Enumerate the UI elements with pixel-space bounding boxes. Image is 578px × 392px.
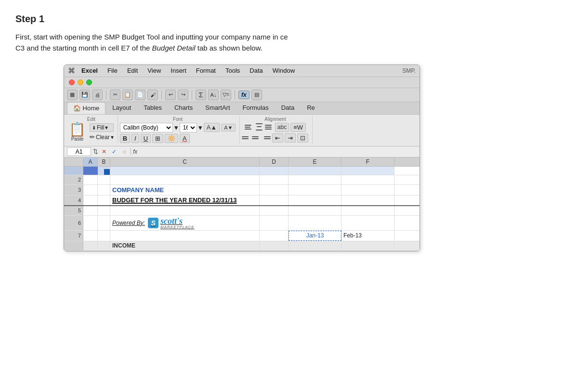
traffic-light-yellow[interactable] [78,79,83,85]
grid-cell[interactable] [110,175,260,184]
grid-cell[interactable] [98,241,110,250]
grid-cell[interactable] [83,216,98,230]
grid-cell-c4[interactable]: BUDGET FOR THE YEAR ENDED 12/31/13 [110,196,260,205]
font-color-icon[interactable]: A [180,134,190,143]
menu-edit[interactable]: Edit [126,66,139,75]
grid-cell[interactable] [289,216,342,230]
grid-cell[interactable] [260,241,289,250]
bold-button[interactable]: B [120,134,130,143]
col-header-f[interactable]: F [342,157,394,166]
col-header-b[interactable]: B [98,157,110,166]
brush-icon[interactable]: 🖌 [147,90,158,100]
grid-cell[interactable] [342,196,394,205]
grid-cell[interactable] [289,175,342,184]
tab-data[interactable]: Data [276,102,300,114]
cancel-formula-button[interactable]: ✕ [100,147,108,156]
expand-formula-button[interactable]: ○ [120,147,129,156]
traffic-light-green[interactable] [86,79,92,85]
print-icon[interactable]: 🖨 [92,90,103,100]
grid-cell[interactable] [260,175,289,184]
grid-cell[interactable] [98,231,110,241]
grid-cell-f7[interactable]: Feb-13 [342,231,394,241]
grid-cell[interactable] [260,167,289,175]
table-icon[interactable]: ▤ [251,90,262,100]
merge-icon[interactable]: ⊡ [297,133,308,143]
grid-cell[interactable] [342,216,394,230]
font-name-select[interactable]: Calibri (Body) [120,123,173,132]
border-icon[interactable]: ⊞ [152,134,163,143]
grid-cell[interactable] [260,196,289,205]
grid-cell[interactable] [83,175,98,184]
grid-cell[interactable] [98,167,110,175]
grid-cell[interactable] [260,216,289,230]
formula-input[interactable] [139,148,417,155]
tab-charts[interactable]: Charts [169,102,198,114]
cell-reference-box[interactable] [67,147,91,156]
grid-cell[interactable] [289,185,342,195]
grid-cell[interactable] [342,185,394,195]
col-header-c[interactable]: C [110,157,260,166]
grid-cell[interactable] [289,206,342,215]
fill-button[interactable]: ⬇ Fill ▾ [90,123,114,132]
font-size-select[interactable]: 16 [180,123,197,132]
grid-cell[interactable] [342,241,394,250]
accept-formula-button[interactable]: ✓ [110,147,118,156]
grid-cell[interactable] [342,175,394,184]
grid-cell-income[interactable]: INCOME [110,241,260,250]
cut-icon[interactable]: ✂ [110,90,120,100]
grid-cell-e7[interactable]: Jan-13 [289,231,342,241]
col-header-d[interactable]: D [260,157,289,166]
grid-cell[interactable] [110,206,260,215]
grid-cell[interactable] [98,216,110,230]
tab-home[interactable]: 🏠 Home [67,102,105,114]
indent-decrease-icon[interactable]: ⇤ [272,133,283,143]
sigma-icon[interactable]: Σ [196,90,206,100]
grid-cell[interactable] [110,231,260,241]
grid-cell[interactable] [98,196,110,205]
col-header-a[interactable]: A [83,157,98,166]
grid-cell[interactable] [289,241,342,250]
highlight-icon[interactable]: 🔆 [165,134,178,143]
grid-cell[interactable] [289,167,342,175]
paste-label[interactable]: Paste [71,136,84,142]
grid-cell[interactable] [83,196,98,205]
menu-tools[interactable]: Tools [224,66,241,75]
menu-view[interactable]: View [146,66,162,75]
grid-cell[interactable] [83,167,98,175]
grid-cell-c3[interactable]: COMPANY NAME [110,185,260,195]
abc-button[interactable]: abc [275,123,289,132]
grid-cell[interactable] [289,196,342,205]
underline-button[interactable]: U [141,134,151,143]
col-header-e[interactable]: E [289,157,342,166]
grid-cell[interactable] [98,185,110,195]
menu-format[interactable]: Format [195,66,217,75]
grid-cell[interactable] [260,185,289,195]
align-bottom-left-icon[interactable] [242,133,250,142]
clear-button[interactable]: ✏ Clear ▾ [90,133,114,141]
undo-icon[interactable]: ↩ [165,90,176,100]
font-shrink-icon[interactable]: A▼ [221,124,236,131]
tab-smartart[interactable]: SmartArt [199,102,236,114]
align-bottom-center-icon[interactable] [252,133,261,142]
align-bottom-right-icon[interactable] [262,133,271,142]
grid-cell[interactable] [110,167,260,175]
wrap-icon[interactable]: ≡W [290,123,306,132]
menu-excel[interactable]: Excel [80,66,99,75]
menu-data[interactable]: Data [248,66,264,75]
grid-cell[interactable] [342,167,394,175]
menu-file[interactable]: File [106,66,119,75]
tab-review[interactable]: Re [301,102,321,114]
redo-icon[interactable]: ↪ [178,90,188,100]
menu-insert[interactable]: Insert [169,66,188,75]
sort-icon[interactable]: A↓ [208,90,219,100]
save-icon[interactable]: 💾 [79,90,90,100]
tab-formulas[interactable]: Formulas [237,102,275,114]
align-justified-icon[interactable] [265,123,274,131]
copy-icon[interactable]: 📋 [122,90,133,100]
fx-button[interactable]: fx [238,91,250,99]
align-center-icon[interactable] [255,123,263,131]
grid-icon[interactable]: ▦ [67,90,78,100]
apple-menu[interactable]: ⌘ [68,66,75,75]
grid-cell[interactable] [260,206,289,215]
grid-cell-c6[interactable]: Powered By: S scott's MARKETPLACE [110,216,260,230]
